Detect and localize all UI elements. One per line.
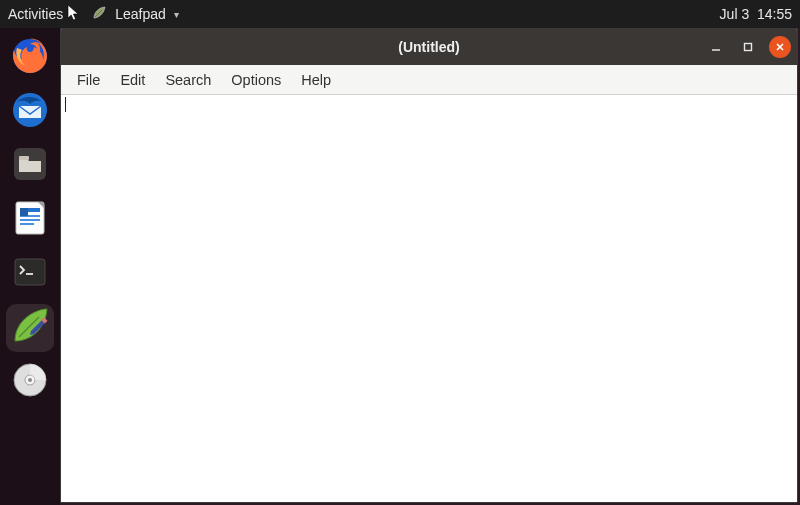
dock-item-thunderbird[interactable] — [6, 88, 54, 136]
svg-rect-8 — [20, 219, 40, 221]
clock-time: 14:55 — [757, 6, 792, 22]
activities-button[interactable]: Activities — [8, 6, 63, 22]
menu-help[interactable]: Help — [293, 69, 339, 91]
dock-item-leafpad[interactable] — [6, 304, 54, 352]
menu-file[interactable]: File — [69, 69, 108, 91]
firefox-icon — [10, 36, 50, 80]
window-controls — [705, 36, 791, 58]
titlebar[interactable]: (Untitled) — [61, 29, 797, 65]
app-menu-label: Leafpad — [115, 6, 166, 22]
leafpad-app-icon — [9, 305, 51, 351]
svg-rect-10 — [20, 208, 28, 216]
mouse-cursor-icon — [67, 4, 81, 25]
menubar: File Edit Search Options Help — [61, 65, 797, 95]
dock-item-firefox[interactable] — [6, 34, 54, 82]
folder-icon — [10, 144, 50, 188]
editor-area — [61, 95, 797, 502]
libreoffice-writer-icon — [10, 198, 50, 242]
dock-item-disc-burner[interactable] — [6, 358, 54, 406]
text-editor[interactable] — [61, 95, 797, 502]
svg-rect-4 — [19, 156, 29, 160]
menu-edit[interactable]: Edit — [112, 69, 153, 91]
dock — [0, 28, 60, 505]
chevron-down-icon: ▾ — [174, 9, 179, 20]
maximize-button[interactable] — [737, 36, 759, 58]
disc-icon — [10, 360, 50, 404]
close-button[interactable] — [769, 36, 791, 58]
svg-rect-19 — [745, 44, 752, 51]
maximize-icon — [742, 41, 754, 53]
window-title: (Untitled) — [61, 39, 797, 55]
svg-point-17 — [28, 378, 32, 382]
svg-rect-9 — [20, 223, 34, 225]
terminal-icon — [10, 252, 50, 296]
clock-date: Jul 3 — [720, 6, 750, 22]
svg-rect-5 — [16, 202, 44, 234]
minimize-icon — [710, 41, 722, 53]
text-cursor — [65, 97, 66, 112]
app-menu[interactable]: Leafpad ▾ — [91, 5, 179, 24]
leafpad-window: (Untitled) File Edit Search Options Help — [60, 28, 798, 503]
dock-item-terminal[interactable] — [6, 250, 54, 298]
minimize-button[interactable] — [705, 36, 727, 58]
clock[interactable]: Jul 3 14:55 — [720, 6, 792, 22]
svg-rect-11 — [15, 259, 45, 285]
gnome-top-panel: Activities Leafpad ▾ Jul 3 14:55 — [0, 0, 800, 28]
menu-search[interactable]: Search — [157, 69, 219, 91]
dock-item-libreoffice-writer[interactable] — [6, 196, 54, 244]
leafpad-icon — [91, 5, 107, 24]
close-icon — [774, 41, 786, 53]
dock-item-files[interactable] — [6, 142, 54, 190]
thunderbird-icon — [10, 90, 50, 134]
menu-options[interactable]: Options — [223, 69, 289, 91]
